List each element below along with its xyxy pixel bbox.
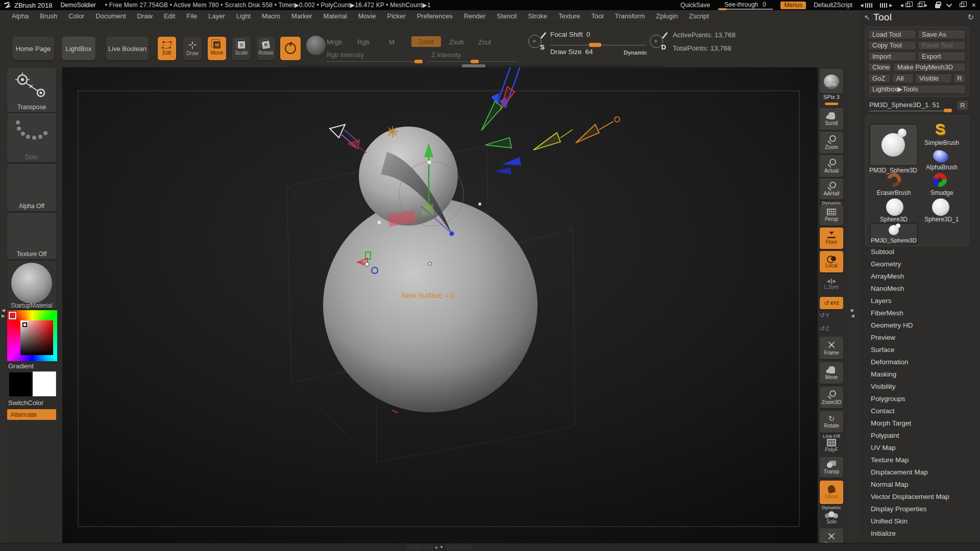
focal-shift-handle[interactable] <box>589 43 601 47</box>
menu-draw[interactable]: Draw <box>132 12 158 20</box>
zoom3d-button[interactable]: Zoom3D <box>820 387 843 408</box>
active-tool-slider-track[interactable] <box>869 111 946 111</box>
zoom-button[interactable]: Zoom <box>820 132 843 154</box>
menu-transform[interactable]: Transform <box>609 12 650 20</box>
all-button[interactable]: All <box>892 73 914 83</box>
menu-render[interactable]: Render <box>458 12 492 20</box>
rgb-toggle[interactable]: Rgb <box>357 38 370 46</box>
floor-button[interactable]: Floor <box>820 228 843 249</box>
menu-texture[interactable]: Texture <box>553 12 586 20</box>
transp-button[interactable]: Transp <box>820 457 843 478</box>
section-arraymesh[interactable]: ArrayMesh <box>862 270 980 283</box>
menu-color[interactable]: Color <box>63 12 90 20</box>
menu-edit[interactable]: Edit <box>158 12 181 20</box>
paste-tool-button[interactable]: Paste Tool <box>918 41 966 51</box>
edit-button[interactable]: Edit <box>158 37 176 60</box>
scale-button[interactable]: S Scale <box>232 37 251 60</box>
frame-button[interactable]: Frame <box>820 337 843 359</box>
section-surface[interactable]: Surface <box>862 344 980 356</box>
section-vector-displacement-map[interactable]: Vector Displacement Map <box>862 491 980 503</box>
selected-tool-thumbnail[interactable] <box>870 124 918 166</box>
lightbox-button[interactable]: LightBox <box>62 37 95 60</box>
m-toggle[interactable]: M <box>389 38 395 46</box>
rgb-intensity-handle[interactable] <box>414 60 423 63</box>
selected-tool-small-thumbnail[interactable]: PM3D_Sphere3D <box>870 223 918 244</box>
section-masking[interactable]: Masking <box>862 368 980 381</box>
draw-button[interactable]: Draw <box>183 37 202 60</box>
make-polymesh3d-button[interactable]: Make PolyMesh3D <box>893 63 966 72</box>
color-picker[interactable] <box>7 310 57 361</box>
lock-icon[interactable] <box>935 4 940 8</box>
persp-button[interactable]: Persp <box>820 205 843 226</box>
local-button[interactable]: Local <box>820 251 843 272</box>
rgb-intensity-track[interactable] <box>327 61 422 62</box>
scroll-button[interactable]: Scroll <box>820 108 843 130</box>
menu-document[interactable]: Document <box>90 12 131 20</box>
left-tray-divider[interactable]: ◀▶ <box>0 306 7 320</box>
stroke-dots-button[interactable]: Dots <box>7 113 56 162</box>
section-morph-target[interactable]: Morph Target <box>862 417 980 430</box>
minimize-button[interactable] <box>946 2 952 7</box>
menu-brush[interactable]: Brush <box>34 12 63 20</box>
focal-shift-slider[interactable]: Focal Shift 0 <box>550 31 590 38</box>
menu-alpha[interactable]: Alpha <box>6 12 34 20</box>
menu-material[interactable]: Material <box>318 12 353 20</box>
y-rotate-button[interactable]: ↺ Y <box>820 312 843 318</box>
simplebrush-icon[interactable]: S <box>925 121 957 138</box>
document-canvas[interactable]: New Surface = 0 <box>62 67 818 543</box>
active-tool-slider-handle[interactable] <box>944 109 952 112</box>
secondary-color-swatch[interactable] <box>33 371 56 396</box>
panel-refresh-icon[interactable]: ↻ <box>967 13 974 22</box>
section-texture-map[interactable]: Texture Map <box>862 454 980 466</box>
aahalf-button[interactable]: AAHalf <box>820 179 843 199</box>
slider-r-button[interactable]: R <box>957 100 969 111</box>
see-through-slider[interactable]: See-through 0 <box>718 1 773 10</box>
main-color-swatch[interactable] <box>9 372 32 396</box>
menus-button[interactable]: Menus <box>780 2 806 9</box>
section-subtool[interactable]: Subtool <box>862 246 980 258</box>
section-uv-map[interactable]: UV Map <box>862 442 980 454</box>
move-ui-right-button[interactable]: ▶ <box>918 3 927 8</box>
visible-button[interactable]: Visible <box>915 73 952 83</box>
menu-layer[interactable]: Layer <box>203 12 231 20</box>
quicksave-button[interactable]: QuickSave <box>680 2 710 9</box>
copy-tool-button[interactable]: Copy Tool <box>868 41 916 51</box>
section-layers[interactable]: Layers <box>862 295 980 307</box>
default-zscript-button[interactable]: DefaultZScript <box>814 2 852 9</box>
restore-button[interactable] <box>960 3 964 7</box>
switch-color-label[interactable]: SwitchColor <box>8 399 43 407</box>
section-preview[interactable]: Preview <box>862 332 980 344</box>
close-button[interactable]: × <box>972 2 976 9</box>
menu-macro[interactable]: Macro <box>256 12 286 20</box>
sphere3d-icon[interactable] <box>886 198 903 216</box>
alternate-button[interactable]: Alternate <box>7 409 56 420</box>
menu-stencil[interactable]: Stencil <box>491 12 522 20</box>
load-tool-button[interactable]: Load Tool <box>868 30 916 39</box>
lightbox-tools-button[interactable]: Lightbox▶Tools <box>868 85 966 94</box>
clone-button[interactable]: Clone <box>868 63 892 72</box>
menu-stroke[interactable]: Stroke <box>522 12 553 20</box>
section-fibermesh[interactable]: FiberMesh <box>862 307 980 319</box>
section-polypaint[interactable]: Polypaint <box>862 430 980 442</box>
section-geometry-hd[interactable]: Geometry HD <box>862 319 980 332</box>
lsym-button[interactable]: ◀▶ L.Sym <box>820 279 843 290</box>
current-brush-preview[interactable] <box>306 36 326 55</box>
alphabrush-icon[interactable] <box>932 149 950 164</box>
gizmo-blue-handle[interactable] <box>450 232 454 236</box>
texture-selector[interactable]: Texture Off <box>7 213 56 259</box>
section-unified-skin[interactable]: Unified Skin <box>862 515 980 528</box>
panel-pin-icon[interactable]: ↖ <box>864 13 870 21</box>
see-through-track[interactable] <box>718 9 773 10</box>
spix-slider[interactable]: SPix 3 <box>820 94 843 100</box>
mrgb-toggle[interactable]: Mrgb <box>327 38 342 46</box>
sphere3d-1-icon[interactable] <box>932 198 949 216</box>
z-rotate-button[interactable]: ↺ Z <box>820 325 843 332</box>
smudge-icon[interactable] <box>933 173 947 187</box>
goz-button[interactable]: GoZ <box>868 73 891 83</box>
menu-zplugin[interactable]: Zplugin <box>650 12 683 20</box>
spix-handle[interactable] <box>825 103 838 105</box>
z-intensity-handle[interactable] <box>471 60 479 63</box>
section-display-properties[interactable]: Display Properties <box>862 503 980 515</box>
divider-left-button[interactable]: ◀ <box>860 3 872 8</box>
section-deformation[interactable]: Deformation <box>862 356 980 368</box>
